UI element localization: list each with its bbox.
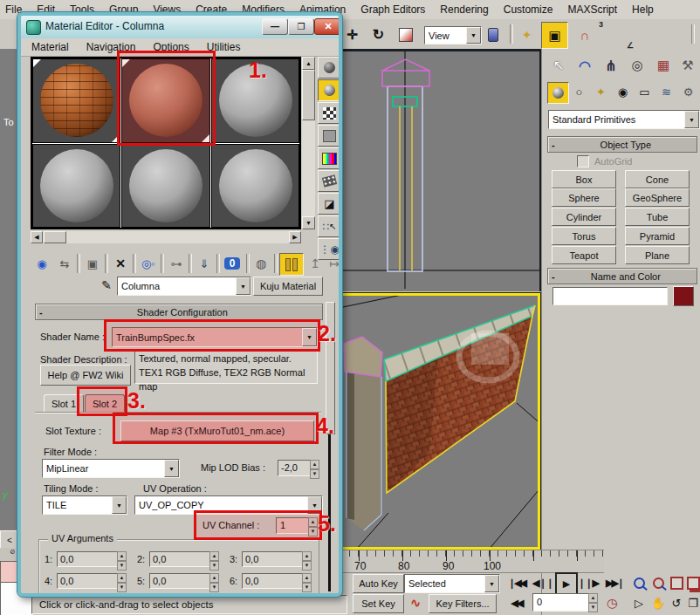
button-cylinder[interactable]: Cylinder [552, 208, 616, 226]
go-to-end-button[interactable]: ▶▶❘ [602, 573, 627, 592]
key-filters-button[interactable]: Key Filters... [429, 594, 497, 613]
button-teapot[interactable]: Teapot [552, 246, 616, 264]
uv-arg-1-spinner[interactable]: ▲▼ [117, 551, 127, 567]
uv-arg-1-field[interactable]: 0,0 [57, 551, 119, 567]
zoom-all-button[interactable] [649, 573, 667, 592]
menu-maxscript[interactable]: MAXScript [567, 3, 617, 16]
uv-operation-dropdown[interactable]: UV_OP_COPY▼ [134, 495, 323, 515]
object-type-rollout-header[interactable]: - Object Type [547, 136, 697, 153]
button-tube[interactable]: Tube [625, 208, 690, 226]
maximize-viewport-toggle-button[interactable]: ❐ [686, 594, 700, 612]
timeslider-left-arrow-button[interactable]: < [0, 530, 19, 550]
mip-lod-bias-field[interactable]: -2,0 [278, 460, 312, 476]
material-editor-window[interactable]: Material Editor - Columna — ❐ ✕ Material… [17, 12, 342, 597]
tab-slot-2[interactable]: Slot 2 [85, 394, 125, 413]
scroll-thumb[interactable] [44, 231, 66, 243]
zoom-extents-all-button[interactable] [686, 573, 700, 592]
pan-button[interactable]: ✋ [649, 594, 667, 612]
tab-create[interactable]: ↖ [546, 54, 571, 77]
button-geosphere[interactable]: GeoSphere [625, 188, 690, 207]
set-key-mode-icon-button[interactable]: ∿ [406, 594, 425, 612]
filter-mode-dropdown[interactable]: MipLinear▼ [42, 459, 180, 478]
window-titlebar[interactable]: Material Editor - Columna — ❐ ✕ [21, 16, 339, 38]
go-forward-to-sibling-button[interactable]: ↦ [325, 254, 342, 273]
button-plane[interactable]: Plane [625, 246, 690, 264]
zoom-extents-button[interactable] [669, 573, 684, 592]
set-key-button[interactable]: Set Key [353, 594, 404, 613]
chevron-down-icon[interactable]: ▼ [236, 277, 250, 295]
key-mode-toggle-button[interactable]: ◀◀ [504, 594, 529, 612]
category-shapes-button[interactable]: ○ [569, 82, 589, 102]
show-end-result-button[interactable] [279, 253, 304, 276]
material-editor-options-button[interactable]: ◪ [318, 193, 341, 215]
tab-motion[interactable]: ◎ [625, 54, 649, 77]
sample-slot-1-brick[interactable] [32, 58, 120, 143]
tab-utilities[interactable]: ⚒ [677, 54, 698, 77]
uv-channel-spinner[interactable]: ▲▼ [308, 517, 318, 534]
pick-material-from-object-button[interactable]: ✎ [98, 277, 115, 294]
button-torus[interactable]: Torus [552, 227, 616, 245]
tab-slot-1[interactable]: Slot 1 [44, 394, 84, 413]
field-of-view-button[interactable]: ▷ [630, 594, 648, 612]
maximize-button[interactable]: ❐ [288, 18, 314, 35]
make-material-copy-button[interactable]: ◎◦ [138, 254, 159, 273]
coordinate-system-dropdown[interactable]: View▼ [424, 26, 482, 44]
object-color-swatch[interactable] [673, 286, 694, 306]
sample-slot-2-selected[interactable] [121, 58, 209, 143]
uv-arg-3-field[interactable]: 0,0 [242, 551, 304, 567]
autogrid-checkbox[interactable] [577, 155, 589, 167]
object-name-field[interactable] [552, 287, 668, 305]
slot-texture-button[interactable]: Map #3 (TxMuroTut01_nm.ace) [120, 420, 314, 441]
menu-customize[interactable]: Customize [504, 3, 553, 16]
uv-arg-6-field[interactable]: 0,0 [242, 573, 304, 589]
primitives-category-dropdown[interactable]: Standard Primitives▼ [548, 110, 700, 129]
sample-uv-tiling-button[interactable] [318, 125, 341, 147]
material-name-dropdown[interactable]: Columna▼ [117, 277, 251, 296]
show-map-in-viewport-button[interactable]: ◍ [250, 254, 271, 273]
backlight-button[interactable] [318, 79, 341, 101]
reset-map-button[interactable]: ✕ [110, 254, 131, 273]
menu-material[interactable]: Material [31, 41, 69, 53]
mip-lod-bias-spinner[interactable]: ▲▼ [310, 460, 319, 476]
uv-arg-2-field[interactable]: 0,0 [149, 551, 211, 567]
uv-arg-4-spinner[interactable]: ▲▼ [117, 573, 127, 589]
shader-name-dropdown[interactable]: TrainBumpSpec.fx▼ [112, 327, 318, 347]
background-button[interactable] [318, 102, 341, 124]
go-to-parent-button[interactable]: ↥ [305, 254, 325, 273]
category-spacewarps-button[interactable]: ≋ [656, 82, 676, 102]
uv-arg-5-spinner[interactable]: ▲▼ [209, 573, 219, 589]
chevron-down-icon[interactable]: ▼ [164, 460, 179, 477]
sample-slot-5[interactable] [121, 144, 209, 229]
select-by-material-button[interactable]: ∷↖ [318, 215, 341, 237]
menu-utilities[interactable]: Utilities [207, 41, 241, 53]
button-cone[interactable]: Cone [625, 170, 690, 188]
sample-slot-6[interactable] [211, 144, 299, 229]
shader-configuration-rollout-header[interactable]: - Shader Configuration [35, 304, 323, 320]
viewport-perspective-active[interactable] [340, 293, 540, 550]
scroll-right-button[interactable]: ▶ [289, 231, 301, 243]
snaps-toggle-button[interactable]: ▣ [541, 22, 568, 49]
get-material-button[interactable]: ◉ [31, 254, 52, 273]
button-sphere[interactable]: Sphere [552, 188, 616, 207]
button-box[interactable]: Box [552, 170, 616, 188]
select-and-manipulate-button[interactable]: ✦ [516, 24, 538, 45]
put-material-to-scene-button[interactable]: ⇆ [54, 254, 75, 273]
slots-horizontal-scrollbar[interactable]: ◀ ▶ [31, 231, 301, 243]
go-to-start-button[interactable]: ❘◀◀ [504, 573, 529, 592]
video-color-check-button[interactable] [318, 147, 341, 169]
frame-spinner[interactable]: ▲▼ [588, 593, 598, 612]
assign-material-to-selection-button[interactable]: ▣ [82, 254, 103, 273]
put-to-library-button[interactable]: ⇓ [194, 254, 215, 273]
uv-channel-field[interactable]: 1 [276, 517, 311, 534]
auto-key-button[interactable]: Auto Key [353, 574, 404, 593]
select-and-move-button[interactable]: ✛ [341, 24, 363, 45]
uv-arg-3-spinner[interactable]: ▲▼ [302, 551, 312, 567]
select-and-scale-button[interactable] [395, 24, 416, 45]
scroll-left-button[interactable]: ◀ [31, 231, 43, 243]
arc-rotate-button[interactable]: ↺ [669, 594, 684, 612]
menu-navigation[interactable]: Navigation [86, 41, 136, 53]
viewport-top-wireframe[interactable] [339, 49, 541, 291]
menu-help[interactable]: Help [632, 3, 654, 16]
timeline-ruler[interactable]: 70 80 90 100 [340, 550, 604, 573]
uv-arg-2-spinner[interactable]: ▲▼ [209, 551, 219, 567]
